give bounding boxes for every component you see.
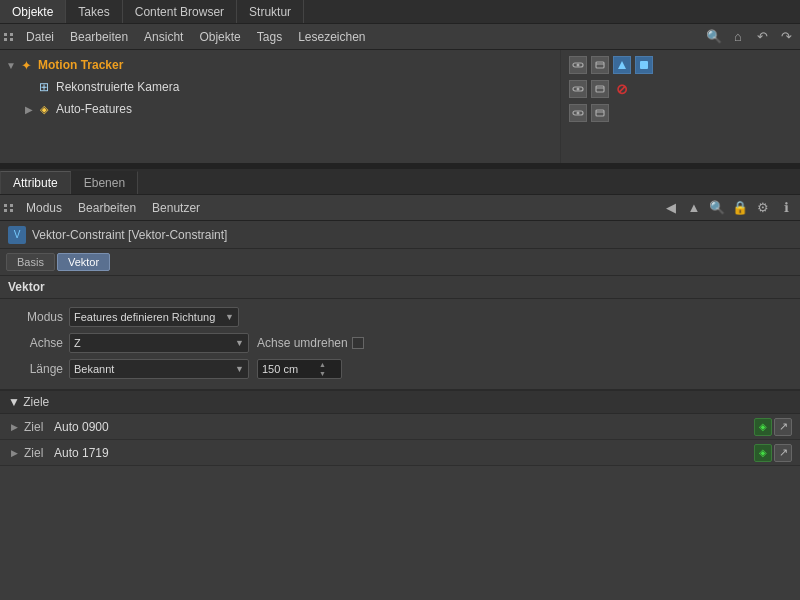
ziel-row-2[interactable]: ▶ Ziel Auto 1719 ◈ ↗ bbox=[0, 440, 800, 466]
ziel-1-nav-icon[interactable]: ↗ bbox=[774, 418, 792, 436]
menu-objekte[interactable]: Objekte bbox=[191, 28, 248, 46]
achse-select[interactable]: Z ▼ bbox=[69, 333, 249, 353]
ziele-header[interactable]: ▼ Ziele bbox=[0, 390, 800, 414]
achse-label: Achse bbox=[8, 336, 63, 350]
attr-back-icon[interactable]: ◀ bbox=[661, 198, 681, 218]
tree-row-motion-tracker[interactable]: ▼ ✦ Motion Tracker bbox=[0, 54, 560, 76]
attr-info-icon[interactable]: ℹ bbox=[776, 198, 796, 218]
laenge-spinner[interactable]: ▲ ▼ bbox=[319, 360, 326, 378]
achse-umdrehen-label: Achse umdrehen bbox=[257, 336, 364, 350]
tree-row-kamera[interactable]: ⊞ Rekonstruierte Kamera bbox=[0, 76, 560, 98]
label-kamera: Rekonstruierte Kamera bbox=[56, 80, 179, 94]
label-features: Auto-Features bbox=[56, 102, 132, 116]
home-icon[interactable]: ⌂ bbox=[728, 27, 748, 47]
cam-vis-2[interactable] bbox=[591, 80, 609, 98]
vis-icon-2[interactable] bbox=[591, 56, 609, 74]
modus-row: Modus Features definieren Richtung ▼ bbox=[8, 305, 792, 329]
svg-point-11 bbox=[577, 112, 580, 115]
laenge-input[interactable]: ▲ ▼ bbox=[257, 359, 342, 379]
achse-umdrehen-checkbox[interactable] bbox=[352, 337, 364, 349]
feat-vis-1[interactable] bbox=[569, 104, 587, 122]
attr-benutzer[interactable]: Benutzer bbox=[144, 199, 208, 217]
menu-ansicht[interactable]: Ansicht bbox=[136, 28, 191, 46]
vektor-section-header: Vektor bbox=[0, 276, 800, 299]
attr-right-icons: ◀ ▲ 🔍 🔒 ⚙ ℹ bbox=[661, 198, 796, 218]
tab-struktur[interactable]: Struktur bbox=[237, 0, 304, 23]
icon-motion-tracker: ✦ bbox=[18, 57, 34, 73]
svg-point-1 bbox=[577, 64, 580, 67]
achse-inline: Z ▼ Achse umdrehen bbox=[69, 333, 364, 353]
expander-features[interactable]: ▶ bbox=[22, 104, 36, 115]
svg-rect-5 bbox=[640, 61, 648, 69]
ziel-1-expander[interactable]: ▶ bbox=[8, 422, 20, 432]
laenge-arrow-icon: ▼ bbox=[235, 364, 244, 374]
achse-arrow-icon: ▼ bbox=[235, 338, 244, 348]
search-icon[interactable]: 🔍 bbox=[704, 27, 724, 47]
tree-icons-panel: ⊘ bbox=[560, 50, 800, 163]
icons-row-1 bbox=[569, 54, 792, 76]
attr-lock-icon[interactable]: 🔒 bbox=[730, 198, 750, 218]
ziel-2-expander[interactable]: ▶ bbox=[8, 448, 20, 458]
svg-marker-4 bbox=[618, 61, 626, 69]
attr-settings-icon[interactable]: ⚙ bbox=[753, 198, 773, 218]
vis-icon-1[interactable] bbox=[569, 56, 587, 74]
attr-forward-icon[interactable]: ▲ bbox=[684, 198, 704, 218]
svg-rect-2 bbox=[596, 62, 604, 68]
modus-select[interactable]: Features definieren Richtung ▼ bbox=[69, 307, 239, 327]
modus-arrow-icon: ▼ bbox=[225, 312, 234, 322]
ziel-2-link-icon[interactable]: ◈ bbox=[754, 444, 772, 462]
subtab-attribute[interactable]: Attribute bbox=[0, 171, 71, 194]
ziel-2-value: Auto 1719 bbox=[54, 446, 109, 460]
tree-row-features[interactable]: ▶ ◈ Auto-Features bbox=[0, 98, 560, 120]
main-tab-bar: Objekte Takes Content Browser Struktur bbox=[0, 0, 800, 24]
menu-grid-icon bbox=[4, 33, 14, 41]
icon-features: ◈ bbox=[36, 101, 52, 117]
ziel-2-nav-icon[interactable]: ↗ bbox=[774, 444, 792, 462]
tab-content-browser[interactable]: Content Browser bbox=[123, 0, 237, 23]
ziele-section-label: ▼ Ziele bbox=[8, 395, 49, 409]
ziel-1-key: Ziel bbox=[24, 420, 54, 434]
basis-tab-bar: Basis Vektor bbox=[0, 249, 800, 276]
menu-bearbeiten[interactable]: Bearbeiten bbox=[62, 28, 136, 46]
forward-icon[interactable]: ↷ bbox=[776, 27, 796, 47]
feat-vis-2[interactable] bbox=[591, 104, 609, 122]
active-icon-2[interactable] bbox=[635, 56, 653, 74]
ziel-row-1[interactable]: ▶ Ziel Auto 0900 ◈ ↗ bbox=[0, 414, 800, 440]
cam-vis-1[interactable] bbox=[569, 80, 587, 98]
tab-takes[interactable]: Takes bbox=[66, 0, 122, 23]
label-motion-tracker: Motion Tracker bbox=[38, 58, 123, 72]
constraint-title: Vektor-Constraint [Vektor-Constraint] bbox=[32, 228, 227, 242]
icons-row-2: ⊘ bbox=[569, 78, 792, 100]
ziel-2-icons: ◈ ↗ bbox=[754, 444, 792, 462]
menu-tags[interactable]: Tags bbox=[249, 28, 290, 46]
spin-up[interactable]: ▲ bbox=[319, 360, 326, 369]
icon-kamera: ⊞ bbox=[36, 79, 52, 95]
attr-bearbeiten[interactable]: Bearbeiten bbox=[70, 199, 144, 217]
modus-label: Modus bbox=[8, 310, 63, 324]
ziel-1-link-icon[interactable]: ◈ bbox=[754, 418, 772, 436]
laenge-select[interactable]: Bekannt ▼ bbox=[69, 359, 249, 379]
ziel-1-value: Auto 0900 bbox=[54, 420, 109, 434]
attr-modus[interactable]: Modus bbox=[18, 199, 70, 217]
menu-lesezeichen[interactable]: Lesezeichen bbox=[290, 28, 373, 46]
object-tree-panel: ▼ ✦ Motion Tracker ⊞ Rekonstruierte Kame… bbox=[0, 50, 800, 165]
no-entry-icon[interactable]: ⊘ bbox=[613, 80, 631, 98]
tab-objekte[interactable]: Objekte bbox=[0, 0, 66, 23]
active-icon-1[interactable] bbox=[613, 56, 631, 74]
basis-tab[interactable]: Basis bbox=[6, 253, 55, 271]
spin-down[interactable]: ▼ bbox=[319, 369, 326, 378]
ziele-section: ▼ Ziele ▶ Ziel Auto 0900 ◈ ↗ ▶ Ziel Auto… bbox=[0, 390, 800, 466]
vektor-tab[interactable]: Vektor bbox=[57, 253, 110, 271]
attr-search-icon[interactable]: 🔍 bbox=[707, 198, 727, 218]
main-menu-bar: Datei Bearbeiten Ansicht Objekte Tags Le… bbox=[0, 24, 800, 50]
back-icon[interactable]: ↶ bbox=[752, 27, 772, 47]
achse-row: Achse Z ▼ Achse umdrehen bbox=[8, 331, 792, 355]
attr-grid-icon bbox=[4, 204, 14, 212]
expander-motion[interactable]: ▼ bbox=[4, 60, 18, 71]
tree-content: ▼ ✦ Motion Tracker ⊞ Rekonstruierte Kame… bbox=[0, 50, 560, 163]
svg-point-7 bbox=[577, 88, 580, 91]
subtab-ebenen[interactable]: Ebenen bbox=[71, 171, 138, 194]
menu-datei[interactable]: Datei bbox=[18, 28, 62, 46]
laenge-row: Länge Bekannt ▼ ▲ ▼ bbox=[8, 357, 792, 381]
laenge-value-field[interactable] bbox=[262, 363, 317, 375]
